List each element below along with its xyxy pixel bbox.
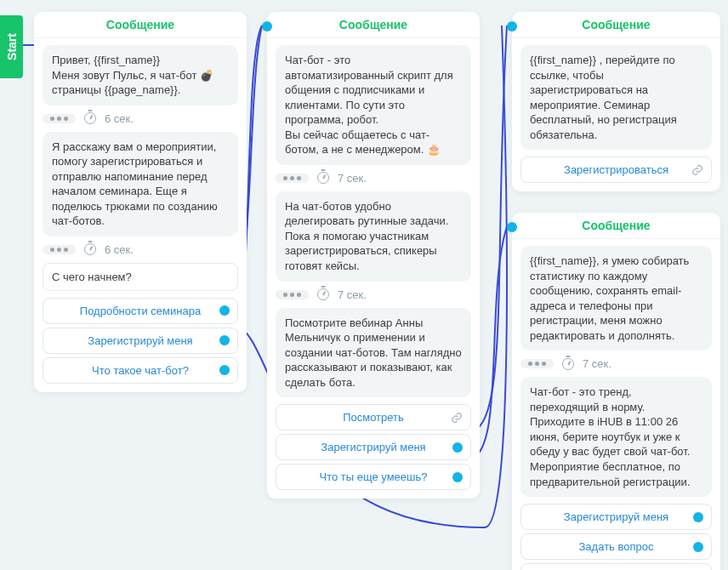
stopwatch-icon: [317, 288, 329, 300]
output-port[interactable]: [219, 305, 230, 316]
delay-label: 6 сек.: [105, 112, 134, 125]
message-bubble: На чат-ботов удобно делегировать рутинны…: [276, 191, 471, 282]
message-bubble: Посмотрите вебинар Анны Мельничук о прим…: [276, 308, 471, 398]
message-bubble: {{first_name}}, я умею собирать статисти…: [520, 246, 712, 351]
stopwatch-icon: [84, 112, 96, 124]
option-label: Подробности семинара: [80, 305, 201, 317]
delay-label: 7 сек.: [583, 357, 611, 370]
delay-row: 6 сек.: [43, 112, 238, 125]
message-bubble: Я расскажу вам о мероприятии, помогу зар…: [43, 132, 238, 237]
output-port[interactable]: [219, 335, 230, 345]
delay-label: 6 сек.: [105, 243, 134, 256]
typing-icon: [276, 174, 309, 183]
option-button[interactable]: Подробности семинара: [43, 298, 238, 324]
card-title: Сообщение: [34, 12, 247, 38]
typing-icon: [276, 290, 309, 299]
node-card-4[interactable]: Сообщение {{first_name}}, я умею собират…: [512, 213, 720, 570]
option-label: Зарегистрироваться: [564, 163, 668, 176]
option-button[interactable]: Что такое чат-бот?: [43, 357, 238, 384]
node-card-2[interactable]: Сообщение Чат-бот - это автоматизированн…: [267, 12, 480, 499]
delay-row: 7 сек.: [520, 357, 712, 370]
option-label: Зарегистрируй меня: [88, 334, 192, 347]
card-title: Сообщение: [512, 12, 720, 38]
option-label: Зарегистрируй меня: [564, 510, 668, 523]
delay-row: 7 сек.: [276, 288, 471, 301]
prompt-text: С чего начнем?: [43, 263, 238, 291]
option-button[interactable]: Посмотреть: [276, 404, 471, 430]
output-port[interactable]: [452, 442, 463, 453]
stopwatch-icon: [562, 358, 574, 370]
link-icon: [691, 164, 703, 176]
delay-row: 6 сек.: [43, 243, 238, 256]
option-button[interactable]: Что ты еще умеешь?: [276, 464, 471, 490]
stopwatch-icon: [317, 172, 329, 184]
input-port[interactable]: [507, 222, 517, 232]
output-port[interactable]: [693, 542, 703, 552]
input-port[interactable]: [262, 21, 272, 31]
option-button[interactable]: Зарегистрируй меня: [276, 434, 471, 460]
option-button[interactable]: Зарегистрироваться: [520, 157, 712, 183]
node-card-3[interactable]: Сообщение {{first_name}} , перейдите по …: [512, 12, 720, 191]
message-bubble: Чат-бот - это тренд, переходящий в норму…: [520, 377, 712, 497]
start-label: Start: [5, 33, 19, 60]
output-port[interactable]: [452, 472, 463, 482]
option-label: Задать вопрос: [579, 540, 654, 553]
output-port[interactable]: [219, 365, 230, 375]
stopwatch-icon: [84, 243, 96, 255]
option-label: Что ты еще умеешь?: [319, 470, 427, 483]
start-tab[interactable]: Start: [0, 15, 23, 78]
typing-icon: [43, 114, 76, 123]
typing-icon: [520, 359, 554, 368]
option-button[interactable]: Зарегистрируй меня: [520, 504, 712, 530]
delay-label: 7 сек.: [338, 172, 367, 185]
output-port[interactable]: [693, 512, 703, 522]
option-label: Посмотреть: [343, 411, 404, 424]
typing-icon: [43, 245, 76, 254]
option-button[interactable]: Задать вопрос: [520, 533, 712, 560]
node-card-1[interactable]: Сообщение Привет, {{first_name}} Меня зо…: [34, 12, 247, 392]
message-bubble: Чат-бот - это автоматизированный скрипт …: [276, 45, 471, 165]
message-bubble: {{first_name}} , перейдите по ссылке, чт…: [520, 45, 712, 150]
message-bubble: Привет, {{first_name}} Меня зовут Пульс,…: [43, 45, 238, 105]
card-title: Сообщение: [267, 12, 480, 38]
link-icon: [451, 412, 463, 424]
delay-row: 7 сек.: [276, 172, 471, 185]
option-button[interactable]: Зарегистрируй меня: [43, 328, 238, 354]
option-label: Что такое чат-бот?: [92, 364, 189, 377]
option-label: Зарегистрируй меня: [321, 441, 425, 453]
option-button[interactable]: Программа: [520, 563, 712, 570]
input-port[interactable]: [507, 21, 517, 31]
delay-label: 7 сек.: [338, 288, 367, 301]
card-title: Сообщение: [512, 213, 720, 239]
